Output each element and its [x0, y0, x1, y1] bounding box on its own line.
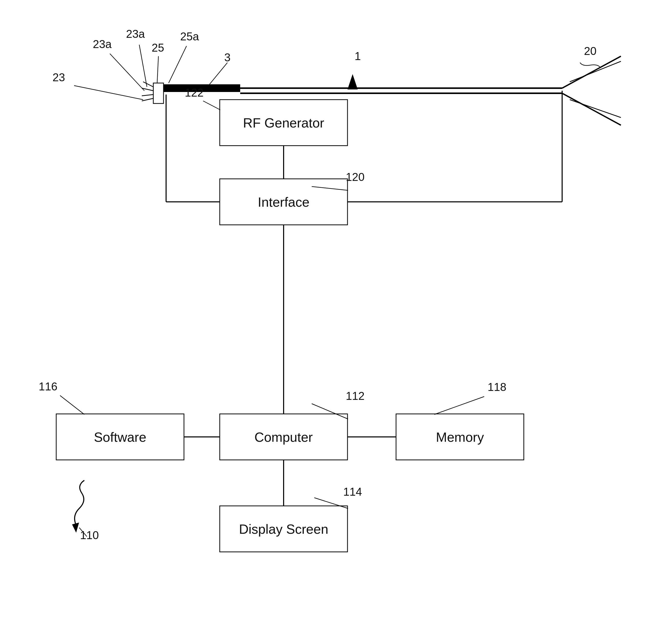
electrode-box — [153, 83, 164, 103]
probe-end-cross2 — [570, 100, 621, 118]
ref23a1-text: 23a — [93, 38, 112, 50]
ref116-line — [60, 395, 84, 414]
ref114-text: 114 — [343, 485, 362, 498]
ref23-text: 23 — [53, 71, 65, 83]
ref25a-line — [169, 46, 187, 83]
rf-generator-label: RF Generator — [243, 116, 324, 130]
ref3-text: 3 — [224, 51, 231, 64]
probe-end-cross1 — [570, 61, 621, 82]
electrode-3 — [142, 95, 153, 96]
ref118-text: 118 — [487, 381, 506, 393]
probe-end-lower — [562, 93, 621, 125]
memory-label: Memory — [436, 430, 484, 444]
display-screen-label: Display Screen — [239, 522, 328, 536]
ref3-line — [210, 63, 227, 84]
ref20-text: 20 — [584, 45, 597, 57]
ref23a2-line — [139, 45, 147, 87]
ref122-text: 122 — [185, 86, 203, 99]
ref1-arrow — [347, 74, 358, 90]
ref25a-text: 25a — [180, 30, 199, 43]
ref120-text: 120 — [346, 171, 364, 183]
computer-label: Computer — [255, 430, 313, 444]
probe-end-upper — [562, 56, 621, 88]
electrode-1 — [143, 82, 153, 87]
ref23a1-line — [110, 54, 144, 91]
ref112-text: 112 — [346, 390, 364, 402]
element-110-wave — [75, 480, 84, 526]
interface-label: Interface — [258, 195, 309, 210]
electrode-4 — [142, 98, 153, 101]
diagram-container: RF Generator Interface Computer Software… — [0, 0, 672, 627]
ref116-text: 116 — [39, 380, 57, 393]
ref25-text: 25 — [152, 41, 164, 54]
software-label: Software — [94, 430, 146, 444]
ref23-line — [74, 86, 143, 100]
ref122-line — [203, 101, 220, 110]
ref110-text: 110 — [80, 529, 99, 541]
ref23a2-text: 23a — [126, 28, 145, 40]
ref20-line — [580, 63, 600, 68]
ref25-line — [157, 56, 159, 83]
ref118-line — [434, 396, 484, 414]
ref1-text: 1 — [355, 50, 361, 62]
